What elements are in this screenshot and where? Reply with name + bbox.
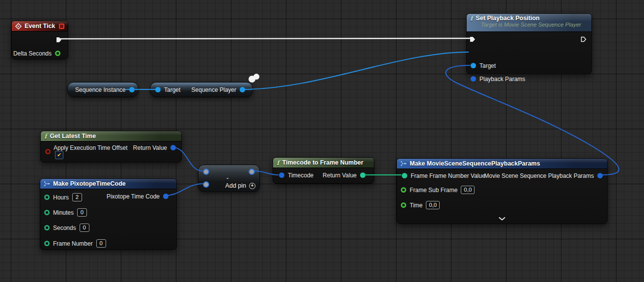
node-title: Make MovieSceneSequencePlaybackParams <box>410 160 540 167</box>
pin-label: Seconds <box>53 225 76 231</box>
target-pin[interactable] <box>471 63 476 68</box>
node-subtract[interactable]: - Add pin + <box>198 165 260 192</box>
sequence-player-out-pin[interactable] <box>240 87 245 92</box>
target-in-pin[interactable] <box>155 87 161 92</box>
pixotope-time-code-pin[interactable] <box>163 194 168 199</box>
pin-label: Frame Number <box>53 240 93 247</box>
hours-input[interactable]: 2 <box>72 193 82 201</box>
playback-params-pin[interactable] <box>471 76 476 82</box>
pin-label: Return Value <box>133 144 167 151</box>
node-make-playback-params[interactable]: Make MovieSceneSequencePlaybackParams Fr… <box>396 158 608 224</box>
apply-offset-checkbox[interactable]: ✔ <box>55 151 63 159</box>
node-get-sequence-player[interactable]: Target Sequence Player <box>150 82 253 97</box>
time-pin[interactable] <box>401 202 406 208</box>
plus-icon: + <box>249 183 255 189</box>
exec-in-pin[interactable] <box>470 36 476 42</box>
event-badge-icon <box>59 24 64 29</box>
pin-label: Return Value <box>323 172 357 179</box>
function-icon: f <box>44 133 47 140</box>
timecode-pin[interactable] <box>279 172 284 178</box>
node-sequence-instance[interactable]: Sequence Instance <box>67 82 139 97</box>
node-title: Get Latest Time <box>50 133 96 140</box>
return-value-pin[interactable] <box>360 172 365 178</box>
frame-number-input[interactable]: 0 <box>96 239 106 248</box>
subtract-output-pin[interactable] <box>249 169 255 175</box>
expand-node-button[interactable] <box>498 215 506 222</box>
pin-label: Time <box>410 202 422 209</box>
seconds-pin[interactable] <box>44 225 50 230</box>
pin-label: Frame Frame Number Value <box>411 172 485 179</box>
chevron-down-icon <box>498 217 506 221</box>
return-value-pin[interactable] <box>170 145 176 150</box>
frame-sub-frame-pin[interactable] <box>401 187 406 193</box>
minutes-input[interactable]: 0 <box>77 208 87 217</box>
subtract-operator: - <box>226 174 228 182</box>
wire-sequence-player-to-setplayback-target[interactable] <box>242 52 469 89</box>
node-set-playback-position[interactable]: f Set Playback Position Target is Movie … <box>466 13 592 74</box>
make-struct-icon <box>44 181 50 187</box>
exec-pin-icon <box>470 36 476 42</box>
subtract-input-b-pin[interactable] <box>203 181 209 188</box>
pin-label: Playback Params <box>479 76 525 83</box>
exec-out-pin[interactable] <box>581 36 587 42</box>
pin-label: Target <box>164 86 180 93</box>
minutes-pin[interactable] <box>44 210 50 215</box>
seconds-input[interactable]: 0 <box>80 224 89 232</box>
pin-label: Hours <box>53 194 69 201</box>
time-input[interactable]: 0,0 <box>426 201 440 209</box>
delta-seconds-pin[interactable] <box>55 51 60 56</box>
frame-frame-number-value-pin[interactable] <box>402 173 407 178</box>
add-pin-button[interactable]: Add pin + <box>225 182 255 189</box>
exec-pin-icon <box>56 37 62 43</box>
pin-label: Minutes <box>53 209 74 216</box>
wire-exec-eventtick-to-setplayback[interactable] <box>60 38 470 39</box>
blueprint-canvas[interactable]: { "app": {"title": "Unreal Engine Bluepr… <box>0 0 644 282</box>
pin-label: Apply Execution Time Offset <box>54 144 128 151</box>
node-title: Timecode to Frame Number <box>282 159 364 166</box>
pin-label: Frame Sub Frame <box>410 187 457 194</box>
node-title: Make PixotopeTimeCode <box>53 180 126 187</box>
node-timecode-to-frame-number[interactable]: f Timecode to Frame Number Timecode Retu… <box>273 157 374 184</box>
node-make-pixotope-timecode[interactable]: Make PixotopeTimeCode Hours 2 Minutes 0 … <box>40 178 177 250</box>
sequence-instance-out-pin[interactable] <box>129 87 135 92</box>
node-event-tick[interactable]: Event Tick Delta Seconds <box>11 21 68 59</box>
frame-number-pin[interactable] <box>44 241 50 246</box>
event-diamond-icon <box>15 23 22 29</box>
pin-label: Delta Seconds <box>13 50 52 57</box>
checkmark-icon: ✔ <box>57 152 61 158</box>
pin-label: Target <box>479 62 496 69</box>
node-get-latest-time[interactable]: f Get Latest Time Apply Execution Time O… <box>40 131 182 163</box>
comment-bubble-icon[interactable] <box>247 73 261 87</box>
pin-label: Sequence Instance <box>75 86 126 93</box>
node-title: Event Tick <box>25 23 55 29</box>
exec-pin-hollow-icon <box>581 36 587 42</box>
subtract-input-a-pin[interactable] <box>203 169 209 175</box>
function-icon: f <box>470 15 473 22</box>
apply-offset-bool-pin[interactable] <box>45 149 51 154</box>
function-icon: f <box>277 160 280 166</box>
pin-label: Timecode <box>288 172 313 179</box>
node-subtitle: Target is Movie Scene Sequence Player <box>481 22 588 28</box>
hours-pin[interactable] <box>44 195 50 200</box>
pin-label: Sequence Player <box>192 86 236 93</box>
playback-params-out-pin[interactable] <box>597 173 603 178</box>
pin-label: Pixotope Time Code <box>107 193 160 200</box>
frame-sub-frame-input[interactable]: 0,0 <box>461 186 475 194</box>
pin-label: Movie Scene Sequence Playback Params <box>484 172 594 179</box>
exec-out-pin[interactable] <box>56 36 62 43</box>
make-struct-icon <box>400 161 407 167</box>
node-title: Set Playback Position <box>476 15 540 22</box>
